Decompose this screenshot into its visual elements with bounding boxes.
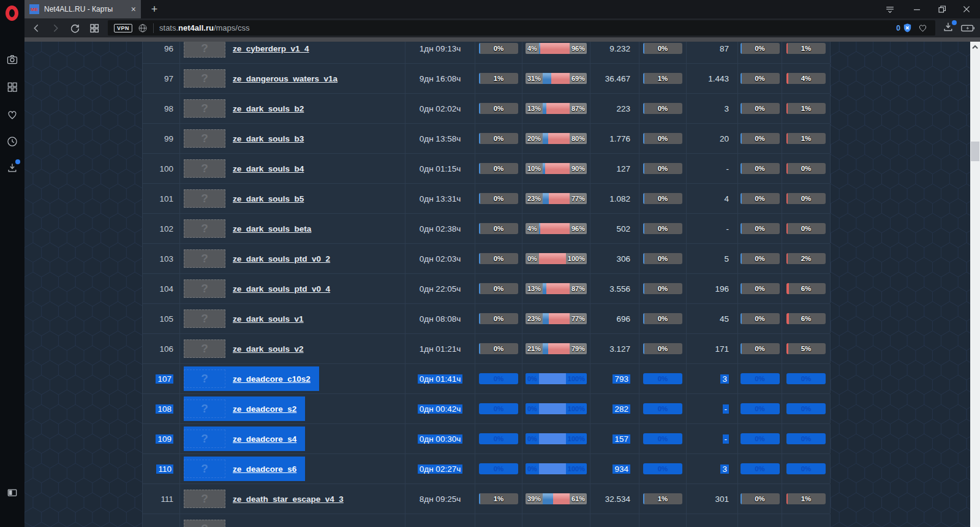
win-percent-label: 4% <box>526 43 539 54</box>
win-percent-label: 20% <box>526 133 543 144</box>
win-percent-label: 21% <box>526 343 543 354</box>
plays-count-cell: 1.082 <box>590 184 639 213</box>
missing-image-placeholder: ? <box>201 492 208 506</box>
restore-button[interactable] <box>930 0 954 18</box>
stat3-value: 0% <box>741 343 780 354</box>
stat2-cell: 0% <box>639 304 687 333</box>
history-clock-icon[interactable] <box>6 135 19 148</box>
stat3-badge: 0% <box>741 133 780 144</box>
map-link[interactable]: ze_deadcore_s4 <box>233 434 296 444</box>
browser-tab[interactable]: ME Net4ALL.RU - Карты × <box>24 0 141 18</box>
winloss-cell: 31%69% <box>522 64 590 93</box>
stat3-cell: 0% <box>738 334 782 363</box>
sidebar-setup-icon[interactable] <box>6 486 19 499</box>
row-number-cell: 96 <box>143 42 180 63</box>
map-link[interactable]: ze_deadcore_s2 <box>233 404 296 414</box>
map-link[interactable]: ze_dangerous_waters_v1a <box>233 74 337 83</box>
battery-saver-icon[interactable] <box>960 21 978 36</box>
map-link[interactable]: ze_dark_souls_ptd_v0_4 <box>233 284 330 294</box>
stat3-value: 0% <box>741 73 780 84</box>
back-button[interactable] <box>29 21 44 36</box>
map-link[interactable]: ze_dark_souls_v1 <box>233 314 304 324</box>
reload-button[interactable] <box>67 21 82 36</box>
forward-button[interactable] <box>48 21 62 36</box>
map-link[interactable]: ze_dark_souls_v2 <box>233 344 304 354</box>
bookmark-heart-icon[interactable] <box>918 23 928 33</box>
map-link[interactable]: ze_cyberderp_v1_4 <box>233 44 309 53</box>
plays-count-cell: 1.776 <box>590 124 639 153</box>
stat3-cell: 0% <box>738 274 782 303</box>
map-name-cell: ?ze_dark_souls_v1 <box>180 304 405 333</box>
row-number-cell: 100 <box>143 154 180 183</box>
stat4-badge: 5% <box>786 343 826 354</box>
win-percent-label: 0% <box>526 433 539 444</box>
map-link[interactable]: ze_deadcore_c10s2 <box>233 374 311 384</box>
loss-segment <box>548 133 570 144</box>
scrollbar-up-arrow[interactable] <box>970 43 980 51</box>
site-globe-icon[interactable] <box>138 23 148 33</box>
secondary-count-cell: 3 <box>687 364 738 393</box>
row-number-cell: 104 <box>143 274 180 303</box>
missing-image-placeholder: ? <box>201 462 208 476</box>
stat3-badge: 0% <box>741 163 780 174</box>
map-link[interactable]: ze_dark_souls_b4 <box>233 164 304 173</box>
close-window-button[interactable] <box>954 0 979 18</box>
stat1-cell: 0% <box>475 94 522 123</box>
bookmarks-heart-icon[interactable] <box>6 108 19 121</box>
map-link[interactable]: ze_death_star_escape_v4_3 <box>233 495 344 504</box>
downloads-icon[interactable] <box>6 161 19 175</box>
time-played-cell: 0дн 00:42ч <box>405 394 475 423</box>
stat4-cell: 6% <box>782 304 831 333</box>
secondary-count: - <box>723 404 729 414</box>
winloss-cell: 10%90% <box>522 154 590 183</box>
loss-percent-label: 77% <box>570 193 587 204</box>
stat3-cell: 0% <box>738 454 782 483</box>
adblock-shield-icon[interactable] <box>902 23 913 33</box>
new-tab-button[interactable]: + <box>147 2 162 17</box>
stat3-badge: 0% <box>741 433 780 444</box>
plays-count: 157 <box>612 434 630 444</box>
map-link[interactable]: ze_dark_souls_b2 <box>233 104 304 113</box>
secondary-count-cell: 4 <box>687 184 738 213</box>
plays-count-cell: 32.534 <box>590 484 639 514</box>
scrollbar-thumb[interactable] <box>971 142 979 161</box>
loss-segment <box>540 43 570 54</box>
map-thumbnail: ? <box>184 460 225 478</box>
winloss-cell <box>522 514 590 527</box>
opera-logo-icon[interactable] <box>6 6 18 21</box>
winloss-bar: 0%100% <box>526 373 587 384</box>
map-link[interactable]: ze_deadcore_s6 <box>233 464 296 474</box>
tab-tiling-icon[interactable] <box>87 21 102 36</box>
row-number-cell: 97 <box>143 64 180 93</box>
win-segment <box>543 343 548 354</box>
tab-close-icon[interactable]: × <box>131 5 136 13</box>
tab-menu-icon[interactable] <box>878 0 902 18</box>
map-link[interactable]: ze_dark_souls_ptd_v0_2 <box>233 254 330 264</box>
stat4-cell: 0% <box>782 154 831 183</box>
missing-image-placeholder: ? <box>201 282 208 295</box>
speed-dial-grid-icon[interactable] <box>6 80 19 94</box>
map-selection-line: ?ze_dark_souls_beta <box>184 216 320 241</box>
secondary-count: 171 <box>715 344 729 354</box>
map-link[interactable]: ze_dark_souls_b5 <box>233 194 304 203</box>
stat1-badge: 0% <box>479 283 518 294</box>
vpn-badge[interactable]: VPN <box>114 24 132 32</box>
stat2-value: 0% <box>643 343 682 354</box>
map-link[interactable]: ze_dark_souls_beta <box>233 224 311 233</box>
stat2-value: 0% <box>643 463 682 474</box>
stat2-badge: 0% <box>643 223 682 234</box>
address-bar[interactable]: VPN stats.net4all.ru/maps/css 0 <box>108 20 935 36</box>
plays-count-cell: 793 <box>590 364 639 393</box>
stat4-value: 1% <box>786 133 826 144</box>
winloss-cell: 23%77% <box>522 184 590 213</box>
stat3-value: 0% <box>741 43 780 54</box>
blocked-ads-count: 0 <box>896 24 900 32</box>
time-played-cell <box>405 514 475 527</box>
map-name-cell: ?ze_deadcore_s6 <box>180 454 405 483</box>
vertical-scrollbar[interactable] <box>970 42 980 527</box>
minimize-button[interactable] <box>905 0 929 18</box>
winloss-cell: 21%79% <box>522 334 590 363</box>
map-link[interactable]: ze_dark_souls_b3 <box>233 134 304 143</box>
downloads-toolbar-icon[interactable] <box>942 21 957 36</box>
snapshot-camera-icon[interactable] <box>6 53 19 66</box>
